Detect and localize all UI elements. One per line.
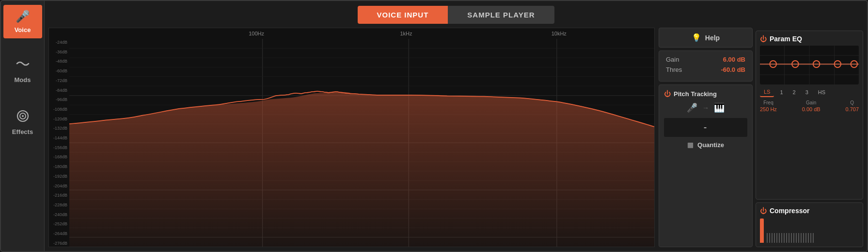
comp-tick-3 (772, 233, 773, 243)
comp-tick-15 (801, 233, 802, 243)
eq-gain-label: Gain (806, 100, 816, 105)
help-panel[interactable]: 💡 Help (659, 28, 753, 48)
comp-tick-6 (779, 233, 780, 243)
comp-tick-18 (808, 233, 809, 243)
comp-tick-8 (784, 233, 785, 243)
eq-gain-param: Gain 0.00 dB (802, 100, 821, 112)
main-content: VOICE INPUT SAMPLE PLAYER 100Hz 1kHz 10k… (45, 1, 867, 251)
comp-tick-1 (767, 233, 768, 243)
gain-value: 6.00 dB (723, 56, 745, 63)
right-panel: 💡 Help Gain 6.00 dB Thres -60.0 dB (659, 28, 756, 251)
content-row: 100Hz 1kHz 10kHz -24dB -36dB -48dB -60dB… (45, 28, 867, 251)
eq-title: Param EQ (770, 35, 802, 43)
comp-tick-16 (803, 233, 804, 243)
spectrum-svg (69, 39, 654, 247)
pitch-power-icon: ⏻ (664, 90, 671, 98)
comp-tick-2 (769, 233, 770, 243)
thres-label: Thres (666, 66, 682, 73)
comp-tick-17 (805, 233, 806, 243)
freq-label-10khz: 10kHz (552, 31, 567, 36)
comp-tick-12 (793, 233, 794, 243)
eq-q-value: 0.707 (845, 106, 859, 112)
pitch-tracking-panel: ⏻ Pitch Tracking 🎤 → 🎹 - ▦ Quantize (659, 84, 753, 247)
eq-tab-3[interactable]: 3 (802, 87, 812, 97)
pitch-arrow-icon: → (702, 104, 709, 112)
comp-title: Compressor (770, 207, 809, 215)
pitch-piano-icon: 🎹 (714, 102, 725, 113)
sidebar-mods-label: Mods (15, 76, 31, 84)
eq-compressor-panel: ⏻ Param EQ (756, 28, 867, 251)
eq-tab-1[interactable]: 1 (776, 87, 787, 97)
freq-label-1khz: 1kHz (400, 31, 412, 36)
quantize-label: Quantize (697, 141, 724, 149)
eq-q-param: Q 0.707 (845, 100, 859, 112)
pitch-display: - (664, 118, 747, 137)
microphone-icon: 🎤 (16, 10, 30, 23)
eq-freq-label: Freq (763, 100, 773, 105)
comp-tick-20 (813, 233, 814, 243)
eq-gain-value: 0.00 dB (802, 106, 821, 112)
freq-label-100hz: 100Hz (249, 31, 264, 36)
gain-thres-panel: Gain 6.00 dB Thres -60.0 dB (659, 50, 753, 82)
thres-row: Thres -60.0 dB (666, 66, 745, 73)
eq-tabs: LS 1 2 3 HS (760, 87, 859, 97)
effects-icon (16, 110, 29, 125)
eq-display (760, 46, 859, 84)
db-labels: -24dB -36dB -48dB -60dB -72dB -84dB -96d… (49, 39, 69, 247)
comp-tick-14 (798, 233, 799, 243)
tab-bar: VOICE INPUT SAMPLE PLAYER (45, 1, 867, 28)
quantize-icon: ▦ (687, 141, 694, 149)
tab-sample-player[interactable]: SAMPLE PLAYER (448, 6, 554, 24)
eq-curve-svg (760, 46, 859, 84)
spectrum-canvas (69, 39, 654, 247)
comp-tick-7 (781, 233, 782, 243)
eq-power-icon: ⏻ (760, 35, 767, 43)
lightbulb-icon: 💡 (692, 33, 701, 42)
comp-power-icon: ⏻ (760, 207, 767, 215)
compressor-panel: ⏻ Compressor (756, 202, 863, 247)
comp-header: ⏻ Compressor (760, 207, 859, 215)
tab-voice-input[interactable]: VOICE INPUT (358, 6, 448, 24)
thres-value: -60.0 dB (721, 66, 745, 73)
comp-bar-red (760, 218, 764, 243)
spectrum-area: 100Hz 1kHz 10kHz -24dB -36dB -48dB -60dB… (48, 28, 655, 247)
sidebar: 🎤 Voice Mods Effects (1, 1, 45, 251)
pitch-icons-row: 🎤 → 🎹 (664, 102, 747, 113)
mods-icon (16, 60, 30, 73)
sidebar-voice-label: Voice (15, 26, 31, 34)
sidebar-item-voice[interactable]: 🎤 Voice (3, 5, 42, 38)
quantize-row[interactable]: ▦ Quantize (664, 141, 747, 149)
comp-meter (760, 218, 859, 243)
comp-tick-4 (774, 233, 775, 243)
comp-tick-13 (796, 233, 797, 243)
eq-freq-param: Freq 250 Hz (760, 100, 777, 112)
eq-tab-hs[interactable]: HS (814, 87, 829, 97)
pitch-mic-icon: 🎤 (687, 102, 697, 113)
gain-label: Gain (666, 56, 679, 63)
eq-tab-ls[interactable]: LS (760, 87, 774, 97)
eq-q-label: Q (850, 100, 854, 105)
sidebar-item-mods[interactable]: Mods (3, 55, 42, 88)
help-label: Help (705, 34, 720, 42)
eq-params: Freq 250 Hz Gain 0.00 dB Q 0.707 (760, 100, 859, 112)
svg-point-2 (22, 115, 24, 117)
comp-tick-10 (789, 233, 789, 243)
app-container: 🎤 Voice Mods Effects (0, 0, 868, 252)
comp-tick-5 (776, 233, 777, 243)
eq-freq-value: 250 Hz (760, 106, 777, 112)
eq-header: ⏻ Param EQ (760, 35, 859, 43)
freq-labels: 100Hz 1kHz 10kHz (49, 28, 654, 39)
comp-tick-11 (791, 233, 792, 243)
comp-tick-19 (810, 233, 811, 243)
sidebar-item-effects[interactable]: Effects (3, 105, 42, 140)
sidebar-effects-label: Effects (12, 128, 33, 135)
gain-row: Gain 6.00 dB (666, 56, 745, 63)
comp-tick-9 (786, 233, 787, 243)
param-eq-panel: ⏻ Param EQ (756, 31, 863, 200)
pitch-title: Pitch Tracking (674, 90, 717, 98)
pitch-header: ⏻ Pitch Tracking (664, 90, 747, 98)
eq-tab-2[interactable]: 2 (789, 87, 800, 97)
